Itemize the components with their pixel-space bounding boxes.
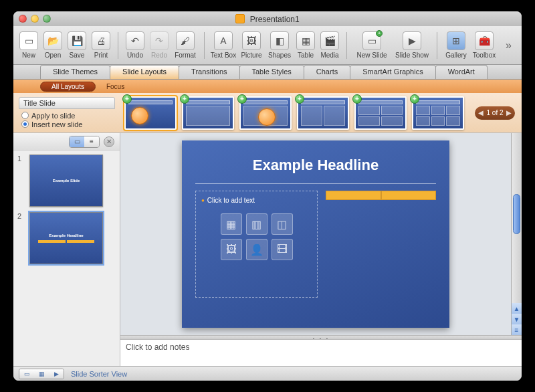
- new-slide-button[interactable]: ▭+New Slide: [352, 31, 391, 59]
- titlebar: Presentation1: [13, 11, 522, 26]
- outline-view-button[interactable]: ≡: [84, 136, 99, 147]
- shapes-icon: ◧: [270, 31, 289, 50]
- slide-canvas[interactable]: Example Headline Click to add text ▦ ▥ ◫…: [120, 133, 511, 335]
- subtab-all-layouts[interactable]: All Layouts: [40, 82, 96, 92]
- insert-clipart-icon[interactable]: 👤: [246, 239, 268, 260]
- window-title-text: Presentation1: [250, 15, 300, 24]
- toolbar-overflow-button[interactable]: »: [506, 39, 518, 52]
- format-button[interactable]: 🖌Format: [172, 31, 199, 59]
- add-badge-icon: +: [237, 94, 247, 104]
- current-slide[interactable]: Example Headline Click to add text ▦ ▥ ◫…: [182, 140, 449, 328]
- layout-gallery: Title Slide Apply to slide Insert new sl…: [13, 93, 522, 133]
- undo-button[interactable]: ↶Undo: [124, 31, 146, 59]
- content-type-icons: ▦ ▥ ◫ 🖼 👤 🎞: [201, 213, 312, 260]
- scroll-end-icon[interactable]: ≡: [512, 324, 522, 335]
- tab-wordart[interactable]: WordArt: [435, 65, 488, 79]
- radio-icon: [21, 120, 29, 128]
- content-placeholder[interactable]: Click to add text ▦ ▥ ◫ 🖼 👤 🎞: [195, 191, 318, 298]
- slide-number-2: 2: [17, 212, 25, 264]
- main-toolbar: ▭New 📂Open 💾Save 🖨Print ↶Undo ↷Redo 🖌For…: [13, 26, 522, 65]
- undo-icon: ↶: [126, 31, 144, 50]
- layout-thumbnails: + + + + +: [120, 96, 475, 130]
- layout-thumb-1[interactable]: +: [124, 96, 177, 130]
- tab-slide-themes[interactable]: Slide Themes: [40, 65, 110, 79]
- pager-prev-icon: ◀: [478, 109, 484, 116]
- sorter-view-button[interactable]: ▦: [34, 369, 49, 379]
- subtab-focus[interactable]: Focus: [96, 82, 135, 91]
- tab-smartart[interactable]: SmartArt Graphics: [350, 65, 435, 79]
- insert-smartart-icon[interactable]: ◫: [272, 213, 293, 235]
- canvas-area: Example Headline Click to add text ▦ ▥ ◫…: [120, 133, 522, 366]
- slide-thumb-1[interactable]: Example Slide: [29, 155, 103, 207]
- new-button[interactable]: ▭New: [17, 31, 40, 59]
- status-text: Slide Sorter View: [71, 370, 127, 378]
- new-slide-icon: ▭+: [362, 31, 381, 50]
- tab-slide-layouts[interactable]: Slide Layouts: [110, 65, 179, 79]
- table-icon: ▦: [296, 31, 315, 50]
- notes-pane[interactable]: Click to add notes: [120, 339, 522, 366]
- slideshow-view-button[interactable]: ▶: [49, 369, 64, 379]
- layout-thumb-2[interactable]: +: [182, 96, 234, 130]
- slide-title-placeholder[interactable]: Example Headline: [195, 150, 436, 183]
- toolbox-icon: 🧰: [475, 31, 494, 50]
- scroll-down-icon[interactable]: ▼: [512, 314, 522, 324]
- ribbon-tabs: Slide Themes Slide Layouts Transitions T…: [13, 65, 522, 80]
- gallery-button[interactable]: ⊞Gallery: [443, 31, 469, 59]
- add-badge-icon: +: [352, 94, 362, 104]
- shapes-button[interactable]: ◧Shapes: [266, 31, 293, 59]
- scrollbar-thumb[interactable]: [513, 194, 520, 234]
- panel-view-segment: ▭ ≡: [69, 136, 100, 148]
- layout-thumb-5[interactable]: +: [354, 96, 407, 130]
- table-button[interactable]: ▦Table: [294, 31, 317, 59]
- redo-button[interactable]: ↷Redo: [148, 31, 171, 59]
- vertical-scrollbar[interactable]: ▲ ▼ ≡: [511, 133, 522, 335]
- media-icon: 🎬: [320, 31, 339, 50]
- pager-next-icon: ▶: [506, 109, 512, 116]
- app-window: Presentation1 ▭New 📂Open 💾Save 🖨Print ↶U…: [13, 11, 522, 381]
- add-badge-icon: +: [180, 94, 189, 104]
- save-icon: 💾: [68, 31, 86, 50]
- normal-view-button[interactable]: ▭: [19, 369, 34, 379]
- status-bar: ▭ ▦ ▶ Slide Sorter View: [13, 366, 522, 381]
- apply-to-slide-option[interactable]: Apply to slide: [21, 112, 115, 120]
- tab-charts[interactable]: Charts: [304, 65, 350, 79]
- view-buttons: ▭ ▦ ▶: [19, 369, 64, 379]
- slide-thumbnails: 1 Example Slide 2 Example Headline: [13, 151, 120, 366]
- slideshow-button[interactable]: ▶Slide Show: [393, 31, 431, 59]
- open-button[interactable]: 📂Open: [41, 31, 64, 59]
- slide-thumb-2[interactable]: Example Headline: [29, 212, 103, 264]
- tab-table-styles[interactable]: Table Styles: [239, 65, 304, 79]
- layout-thumb-3[interactable]: +: [239, 96, 292, 130]
- insert-chart-icon[interactable]: ▥: [246, 213, 268, 235]
- radio-icon: [21, 112, 29, 119]
- print-button[interactable]: 🖨Print: [90, 31, 112, 59]
- insert-table-icon[interactable]: ▦: [221, 213, 242, 235]
- redo-icon: ↷: [150, 31, 169, 50]
- window-title: Presentation1: [13, 14, 522, 24]
- close-panel-button[interactable]: ✕: [104, 136, 114, 147]
- layout-thumb-6[interactable]: +: [412, 96, 464, 130]
- new-icon: ▭: [19, 31, 38, 50]
- workspace: ▭ ≡ ✕ 1 Example Slide 2 Example Headline: [13, 133, 522, 366]
- table-placeholder[interactable]: [326, 191, 436, 298]
- content-prompt-text: Click to add text: [201, 197, 312, 204]
- insert-picture-icon[interactable]: 🖼: [221, 239, 242, 260]
- save-button[interactable]: 💾Save: [66, 31, 88, 59]
- tab-transitions[interactable]: Transitions: [179, 65, 239, 79]
- scroll-up-icon[interactable]: ▲: [512, 303, 522, 314]
- textbox-button[interactable]: AText Box: [210, 31, 237, 59]
- slide-number-1: 1: [17, 155, 25, 207]
- insert-new-slide-option[interactable]: Insert new slide: [21, 120, 115, 128]
- add-badge-icon: +: [295, 94, 304, 104]
- gallery-icon: ⊞: [447, 31, 465, 50]
- layout-pager[interactable]: ◀ 1 of 2 ▶: [475, 106, 515, 120]
- picture-icon: 🖼: [242, 31, 261, 50]
- add-badge-icon: +: [410, 94, 419, 104]
- toolbox-button[interactable]: 🧰Toolbox: [471, 31, 498, 59]
- media-button[interactable]: 🎬Media: [318, 31, 341, 59]
- picture-button[interactable]: 🖼Picture: [238, 31, 265, 59]
- add-badge-icon: +: [122, 94, 132, 104]
- insert-media-icon[interactable]: 🎞: [272, 239, 293, 260]
- layout-thumb-4[interactable]: +: [297, 96, 349, 130]
- thumbnail-view-button[interactable]: ▭: [70, 136, 84, 147]
